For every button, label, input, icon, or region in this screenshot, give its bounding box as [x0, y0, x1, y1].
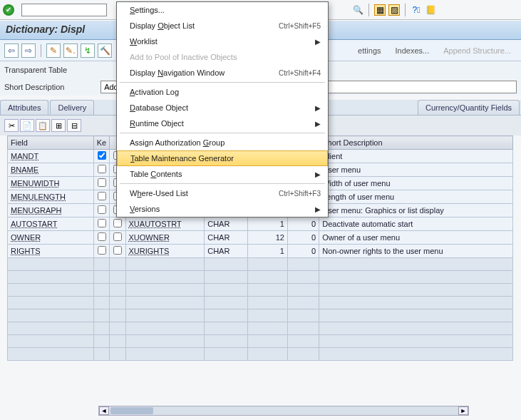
- data-type: CHAR: [205, 217, 247, 231]
- submenu-arrow-icon: ▶: [315, 104, 321, 112]
- paste-button[interactable]: 📋: [36, 119, 50, 132]
- horizontal-scrollbar[interactable]: ◄ ►: [98, 406, 469, 416]
- menu-item-label: Worklist: [130, 37, 309, 46]
- insert-button[interactable]: ⊞: [51, 119, 66, 132]
- separator: [41, 44, 41, 57]
- menu-item-display-object-list[interactable]: Display Object ListCtrl+Shift+F5: [117, 18, 328, 34]
- menu-item-table-contents[interactable]: Table Contents▶: [117, 166, 328, 182]
- forward-button[interactable]: ⇨: [21, 43, 36, 58]
- menu-item-label: Display Object List: [130, 21, 279, 30]
- menu-item-label: Assign Authorization Group: [130, 138, 321, 147]
- menu-item-label: Where-Used List: [130, 189, 279, 198]
- toggle-button[interactable]: ✎: [46, 43, 61, 58]
- book-icon[interactable]: 📒: [425, 4, 436, 16]
- table-row: AUTOSTARTXUAUTOSTRTCHAR10Deactivate auto…: [8, 217, 513, 231]
- menu-separator: [120, 133, 325, 133]
- short-description-cell: Width of user menu: [319, 177, 513, 190]
- data-element[interactable]: XURIGHTS: [129, 247, 170, 255]
- menu-item-runtime-object[interactable]: Runtime Object▶: [117, 116, 328, 131]
- field-name[interactable]: MENUWIDTH: [11, 179, 59, 188]
- field-name[interactable]: RIGHTS: [11, 247, 41, 255]
- table-row-empty: [8, 258, 513, 271]
- init-checkbox[interactable]: [113, 219, 122, 227]
- menu-item-settings[interactable]: Settings...: [117, 2, 328, 18]
- menu-item-table-maintenance-generator[interactable]: Table Maintenance Generator: [117, 150, 328, 166]
- field-name[interactable]: MENULENGTH: [11, 193, 66, 201]
- short-description-cell: Owner of a user menu: [319, 231, 513, 245]
- copy-button[interactable]: 📄: [20, 119, 34, 132]
- table-row-empty: [8, 284, 513, 297]
- layout2-icon[interactable]: ▨: [388, 4, 400, 16]
- menu-shortcut: Ctrl+Shift+F5: [279, 22, 321, 30]
- menu-item-assign-authorization-group[interactable]: Assign Authorization Group: [117, 135, 328, 150]
- back-button[interactable]: ⇦: [4, 43, 19, 58]
- activate-button[interactable]: ↯: [81, 43, 95, 58]
- layout1-icon[interactable]: ▦: [374, 4, 386, 16]
- data-type: CHAR: [205, 245, 247, 258]
- menu-item-add-to-pool-of-inactive-objects: Add to Pool of Inactive Objects: [117, 49, 328, 65]
- decimals-value: 0: [287, 245, 319, 258]
- key-checkbox[interactable]: [98, 178, 106, 187]
- settings-button[interactable]: ettings: [352, 45, 386, 56]
- scroll-thumb[interactable]: [110, 407, 153, 414]
- menu-item-worklist[interactable]: Worklist▶: [117, 34, 328, 49]
- field-name[interactable]: OWNER: [11, 233, 41, 242]
- check-button[interactable]: ✎.: [63, 43, 78, 58]
- field-name[interactable]: AUTOSTART: [11, 220, 57, 228]
- length-value: 1: [247, 217, 287, 231]
- col-header-field[interactable]: Field: [8, 136, 94, 150]
- menu-item-label: Display Navigation Window: [130, 68, 279, 77]
- tab-currency-quantity[interactable]: Currency/Quantity Fields: [418, 100, 520, 115]
- field-name[interactable]: MENUGRAPH: [11, 206, 62, 215]
- data-element[interactable]: XUOWNER: [129, 233, 170, 242]
- menu-item-label: Database Object: [130, 103, 309, 112]
- cut-button[interactable]: ✂: [4, 119, 19, 132]
- key-checkbox[interactable]: [98, 246, 106, 255]
- tab-attributes[interactable]: Attributes: [0, 100, 48, 115]
- tab-delivery[interactable]: Delivery: [50, 100, 94, 115]
- short-description-label: Short Description: [4, 83, 96, 91]
- data-element[interactable]: XUAUTOSTRT: [129, 220, 182, 228]
- submenu-arrow-icon: ▶: [315, 205, 321, 213]
- where-button[interactable]: 🔨: [98, 43, 112, 58]
- field-name[interactable]: MANDT: [11, 152, 38, 160]
- find-icon[interactable]: 🔍: [352, 4, 363, 16]
- indexes-button[interactable]: Indexes...: [390, 45, 435, 56]
- short-description-cell: User menu: Graphics or list display: [319, 204, 513, 217]
- key-checkbox[interactable]: [98, 219, 106, 227]
- menu-item-versions[interactable]: Versions▶: [117, 201, 328, 217]
- scroll-left-arrow[interactable]: ◄: [99, 406, 109, 415]
- transparent-table-label: Transparent Table: [4, 66, 113, 74]
- table-row: OWNERXUOWNERCHAR120Owner of a user menu: [8, 231, 513, 245]
- enter-icon[interactable]: ✔: [3, 4, 14, 16]
- decimals-value: 0: [287, 231, 319, 245]
- length-value: 12: [247, 231, 287, 245]
- delete-button[interactable]: ⊟: [67, 119, 81, 132]
- menu-item-label: Table Contents: [130, 170, 309, 178]
- menu-item-label: Add to Pool of Inactive Objects: [130, 53, 321, 61]
- key-checkbox[interactable]: [98, 205, 106, 214]
- menu-item-activation-log[interactable]: Activation Log: [117, 84, 328, 100]
- col-header-key[interactable]: Ke: [93, 136, 110, 150]
- col-header-shortdesc[interactable]: Short Description: [319, 136, 513, 150]
- key-checkbox[interactable]: [98, 165, 106, 173]
- field-name[interactable]: BNAME: [11, 165, 38, 174]
- key-checkbox[interactable]: [98, 232, 106, 241]
- table-row-empty: [8, 335, 513, 348]
- menu-shortcut: Ctrl+Shift+F3: [279, 190, 321, 198]
- scroll-right-arrow[interactable]: ►: [458, 406, 468, 415]
- menu-item-display-navigation-window[interactable]: Display Navigation WindowCtrl+Shift+F4: [117, 65, 328, 81]
- short-description-cell: Client: [319, 150, 513, 163]
- init-checkbox[interactable]: [113, 246, 122, 255]
- menu-item-where-used-list[interactable]: Where-Used ListCtrl+Shift+F3: [117, 185, 328, 201]
- menu-separator: [120, 183, 325, 184]
- data-type: CHAR: [205, 231, 247, 245]
- key-checkbox[interactable]: [98, 192, 106, 200]
- menu-item-database-object[interactable]: Database Object▶: [117, 100, 328, 116]
- short-description-extra-input[interactable]: [316, 81, 517, 93]
- submenu-arrow-icon: ▶: [315, 38, 321, 46]
- help-icon[interactable]: ?⃝: [411, 4, 422, 16]
- key-checkbox[interactable]: [98, 151, 106, 160]
- init-checkbox[interactable]: [113, 232, 122, 241]
- command-field[interactable]: [21, 4, 107, 16]
